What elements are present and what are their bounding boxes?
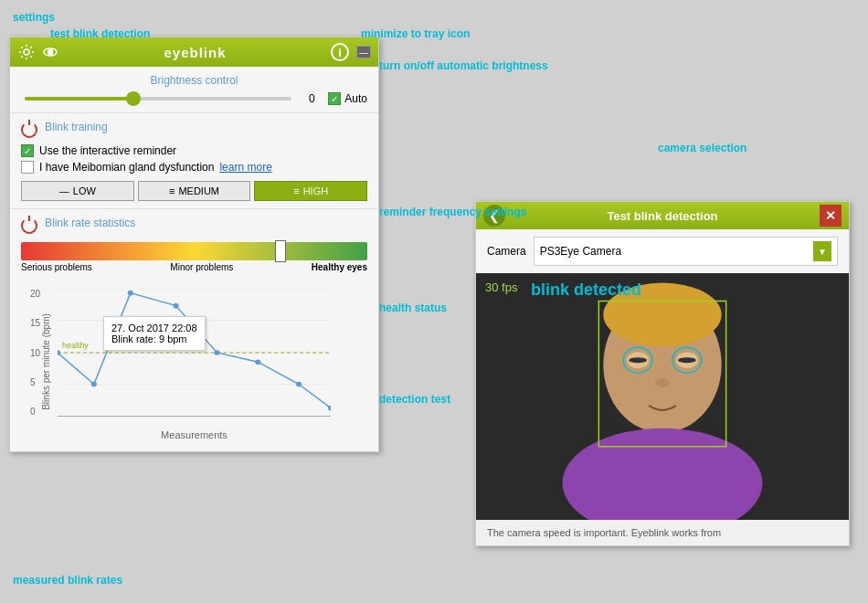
- brightness-slider[interactable]: [25, 97, 291, 100]
- chart-y-axis: 20 15 10 5 0: [30, 289, 40, 417]
- titlebar-right: i —: [331, 43, 371, 61]
- meibomian-label: I have Meibomian gland dysfunction: [39, 161, 214, 174]
- y-0: 0: [30, 407, 40, 417]
- annotation-health: health status: [379, 302, 447, 314]
- stats-power-icon[interactable]: [21, 217, 37, 234]
- chart-x-label: Measurements: [161, 429, 228, 440]
- label-healthy: Healthy eyes: [312, 262, 367, 272]
- settings-icon[interactable]: [17, 43, 36, 61]
- health-marker: [275, 240, 286, 262]
- minimize-button[interactable]: —: [356, 46, 371, 58]
- person-svg: [476, 273, 849, 520]
- freq-medium-button[interactable]: ≡ MEDIUM: [138, 181, 251, 201]
- camera-select[interactable]: PS3Eye Camera ▼: [534, 237, 838, 266]
- health-bar: [21, 242, 367, 260]
- freq-high-label: HIGH: [303, 185, 329, 196]
- frequency-buttons: — LOW ≡ MEDIUM ≡ HIGH: [21, 181, 367, 201]
- tooltip-rate: Blink rate: 9 bpm: [111, 333, 197, 344]
- titlebar: eyeblink i —: [10, 37, 378, 67]
- svg-point-16: [296, 382, 302, 387]
- titlebar-left: [17, 43, 59, 61]
- eye-icon[interactable]: [41, 43, 59, 61]
- chart-container: Blinks per minute (bpm) 20 15 10 5 0 hea…: [21, 280, 367, 444]
- svg-point-28: [655, 378, 670, 387]
- tooltip-date: 27. Oct 2017 22:08: [111, 323, 197, 333]
- reminder-checkbox[interactable]: [21, 144, 34, 157]
- brightness-label: Brightness control: [21, 74, 367, 87]
- slider-fill: [25, 97, 132, 100]
- camera-feed: 30 fps blink detected: [476, 273, 849, 520]
- annotation-test-blink: test blink detection: [50, 27, 150, 40]
- svg-point-12: [128, 291, 133, 296]
- y-20: 20: [30, 289, 40, 299]
- chart-tooltip: 27. Oct 2017 22:08 Blink rate: 9 bpm: [103, 316, 206, 351]
- annotation-auto-brightness: turn on/off automatic brightness: [379, 59, 548, 72]
- svg-point-11: [91, 382, 97, 387]
- chart-svg: healthy: [58, 289, 331, 417]
- annotation-settings: settings: [13, 11, 55, 24]
- freq-low-label: LOW: [73, 185, 96, 196]
- label-serious: Serious problems: [21, 262, 92, 272]
- svg-point-14: [214, 350, 219, 355]
- blink-detected-label: blink detected: [531, 280, 641, 300]
- close-button[interactable]: ✕: [820, 205, 842, 227]
- freq-medium-label: MEDIUM: [178, 185, 219, 196]
- chart-y-label: Blinks per minute (bpm): [41, 313, 51, 410]
- meibomian-checkbox[interactable]: [21, 161, 34, 174]
- health-labels: Serious problems Minor problems Healthy …: [21, 262, 367, 272]
- camera-value: PS3Eye Camera: [540, 245, 621, 258]
- svg-point-25: [678, 357, 696, 363]
- test-panel-title: Test blink detection: [607, 209, 717, 223]
- stats-header: Blink rate statistics: [21, 217, 367, 235]
- freq-low-icon: —: [59, 185, 69, 196]
- svg-point-0: [24, 49, 29, 55]
- y-15: 15: [30, 318, 40, 328]
- stats-label: Blink rate statistics: [45, 217, 135, 229]
- slider-thumb[interactable]: [126, 91, 141, 106]
- dropdown-arrow-icon[interactable]: ▼: [813, 241, 831, 261]
- stats-section: Blink rate statistics Serious problems M…: [10, 209, 378, 451]
- annotation-minimize: minimize to tray icon: [361, 27, 470, 40]
- brightness-row: 0 Auto: [21, 92, 367, 105]
- freq-high-button[interactable]: ≡ HIGH: [254, 181, 367, 201]
- y-10: 10: [30, 348, 40, 358]
- svg-point-15: [255, 359, 260, 365]
- fps-label: 30 fps: [485, 280, 517, 294]
- test-titlebar: ❮ Test blink detection ✕: [476, 202, 849, 229]
- training-section: Blink training Use the interactive remin…: [10, 113, 378, 209]
- test-panel: ❮ Test blink detection ✕ Camera PS3Eye C…: [475, 201, 850, 546]
- brightness-section: Brightness control 0 Auto: [10, 67, 378, 113]
- svg-point-2: [48, 50, 53, 55]
- health-bar-container: Serious problems Minor problems Healthy …: [21, 242, 367, 272]
- svg-text:healthy: healthy: [62, 342, 90, 351]
- brightness-value: 0: [302, 92, 321, 105]
- info-button[interactable]: i: [331, 43, 349, 61]
- auto-label: Auto: [344, 92, 367, 105]
- annotation-camera-selection: camera selection: [658, 142, 746, 154]
- auto-checkbox[interactable]: [328, 92, 341, 105]
- training-header: Blink training: [21, 121, 367, 139]
- annotation-detection: detection test: [379, 393, 450, 406]
- annotation-measured: measured blink rates: [13, 574, 122, 587]
- freq-high-icon: ≡: [293, 185, 299, 196]
- svg-point-24: [629, 357, 647, 363]
- y-5: 5: [30, 377, 40, 387]
- freq-low-button[interactable]: — LOW: [21, 181, 134, 201]
- annotation-reminder: reminder frequency settings: [379, 206, 526, 218]
- camera-footer: The camera speed is important. Eyeblink …: [476, 520, 849, 545]
- label-minor: Minor problems: [170, 262, 233, 272]
- camera-label: Camera: [487, 245, 526, 258]
- reminder-check-row: Use the interactive reminder: [21, 144, 367, 157]
- auto-check: Auto: [328, 92, 367, 105]
- reminder-label: Use the interactive reminder: [39, 144, 176, 157]
- meibomian-check-row: I have Meibomian gland dysfunction learn…: [21, 161, 367, 174]
- training-label: Blink training: [45, 121, 108, 133]
- freq-medium-icon: ≡: [169, 185, 175, 196]
- power-icon[interactable]: [21, 122, 37, 138]
- settings-panel: eyeblink i — Brightness control 0 Auto B…: [9, 37, 379, 452]
- panel-title: eyeblink: [164, 45, 226, 60]
- learn-more-link[interactable]: learn more: [219, 161, 271, 174]
- camera-row: Camera PS3Eye Camera ▼: [476, 229, 849, 273]
- svg-point-13: [174, 303, 179, 309]
